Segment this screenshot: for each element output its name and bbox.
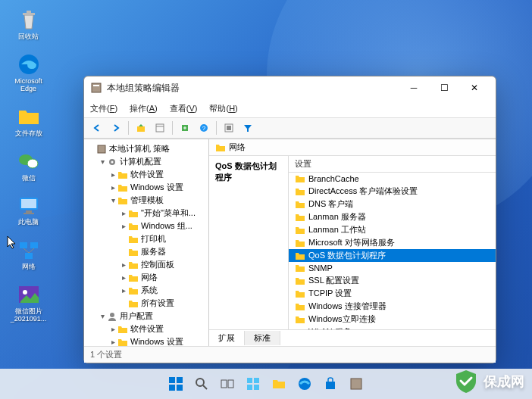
tree-item[interactable]: viewBox="0 0 14 14">服务器 bbox=[84, 245, 208, 258]
maximize-button[interactable]: ☐ bbox=[429, 77, 459, 98]
tree-pane[interactable]: viewBox="0 0 14 14">本地计算机 策略▾ viewBox="0… bbox=[84, 139, 209, 346]
list-item[interactable]: DirectAccess 客户端体验设置 bbox=[289, 185, 496, 198]
tree-item[interactable]: ▾ viewBox="0 0 14 14">计算机配置 bbox=[84, 155, 208, 168]
tree-item[interactable]: ▾ viewBox="0 0 14 14">用户配置 bbox=[84, 310, 208, 323]
up-button[interactable] bbox=[133, 120, 149, 136]
list-items-pane[interactable]: 设置 BranchCacheDirectAccess 客户端体验设置DNS 客户… bbox=[289, 156, 496, 329]
show-hide-button[interactable] bbox=[152, 120, 168, 136]
tree-twisty[interactable]: ▸ bbox=[108, 325, 117, 333]
list-item-label: BranchCache bbox=[308, 174, 359, 183]
edge-taskbar-button[interactable] bbox=[294, 373, 315, 394]
filter-button[interactable] bbox=[221, 120, 237, 136]
widgets-button[interactable] bbox=[243, 373, 264, 394]
folder-icon bbox=[295, 238, 305, 248]
tree-item[interactable]: ▸ viewBox="0 0 14 14">"开始"菜单和... bbox=[84, 207, 208, 220]
tree-item[interactable]: viewBox="0 0 14 14">所有设置 bbox=[84, 297, 208, 310]
toolbar-separator bbox=[216, 121, 217, 135]
desktop-icon-recyclebin[interactable]: 回收站 bbox=[8, 8, 49, 41]
edge-icon bbox=[17, 52, 41, 76]
store-button[interactable] bbox=[320, 373, 341, 394]
taskview-button[interactable] bbox=[217, 373, 238, 394]
menu-a[interactable]: 操作(A) bbox=[130, 103, 158, 114]
svg-rect-19 bbox=[156, 124, 164, 132]
desktop-icon-edge[interactable]: Microsoft Edge bbox=[8, 52, 49, 93]
tree-twisty[interactable]: ▾ bbox=[98, 157, 107, 166]
list-item[interactable]: QoS 数据包计划程序 bbox=[289, 249, 496, 262]
list-item[interactable]: Lanman 工作站 bbox=[289, 223, 496, 236]
tree-twisty[interactable]: ▸ bbox=[119, 286, 128, 295]
desktop-icon-wechat[interactable]: 微信 bbox=[8, 149, 49, 182]
tree-item[interactable]: ▸ viewBox="0 0 14 14">软件设置 bbox=[84, 323, 208, 335]
tree-twisty[interactable]: ▸ bbox=[108, 170, 117, 179]
folder-icon: viewBox="0 0 14 14"> bbox=[128, 208, 139, 219]
help-button[interactable]: ? bbox=[196, 120, 212, 136]
desktop-icon-screenshot[interactable]: 微信图片_2021091... bbox=[8, 282, 49, 323]
list-header-row: 网络 bbox=[209, 139, 496, 156]
start-button[interactable] bbox=[165, 373, 186, 394]
desktop-icon-thispc[interactable]: 此电脑 bbox=[8, 193, 49, 226]
menu-h[interactable]: 帮助(H) bbox=[209, 103, 237, 114]
tree-label: Windows 设置 bbox=[130, 182, 183, 193]
close-button[interactable]: ✕ bbox=[459, 77, 490, 98]
forward-button[interactable] bbox=[108, 120, 124, 136]
list-item[interactable]: SNMP bbox=[289, 262, 496, 274]
back-button[interactable] bbox=[89, 120, 105, 136]
list-item[interactable]: DNS 客户端 bbox=[289, 198, 496, 210]
explorer-button[interactable] bbox=[268, 373, 289, 394]
list-description-pane: QoS 数据包计划程序 bbox=[209, 156, 289, 329]
tree-item[interactable]: viewBox="0 0 14 14">本地计算机 策略 bbox=[84, 142, 208, 155]
tab-标准[interactable]: 标准 bbox=[245, 331, 280, 345]
tree-item[interactable]: ▸ viewBox="0 0 14 14">Windows 组... bbox=[84, 220, 208, 232]
tree-item[interactable]: ▾ viewBox="0 0 14 14">管理模板 bbox=[84, 194, 208, 207]
tree-twisty[interactable]: ▾ bbox=[108, 196, 117, 204]
app-taskbar-button[interactable] bbox=[346, 373, 367, 394]
minimize-button[interactable]: ─ bbox=[399, 77, 429, 98]
desktop-icon-label: 网络 bbox=[22, 263, 36, 271]
group-policy-window: 本地组策略编辑器 ─ ☐ ✕ 文件(F)操作(A)查看(V)帮助(H) ? vi… bbox=[83, 76, 496, 363]
funnel-button[interactable] bbox=[239, 120, 256, 136]
svg-rect-30 bbox=[169, 377, 175, 383]
tree-twisty[interactable]: ▸ bbox=[108, 338, 117, 346]
list-item[interactable]: Lanman 服务器 bbox=[289, 210, 496, 223]
tree-label: 本地计算机 策略 bbox=[109, 143, 170, 154]
tree-item[interactable]: viewBox="0 0 14 14">打印机 bbox=[84, 232, 208, 245]
list-tabs: 扩展标准 bbox=[209, 329, 496, 346]
menu-v[interactable]: 查看(V) bbox=[170, 103, 198, 114]
window-titlebar[interactable]: 本地组策略编辑器 ─ ☐ ✕ bbox=[84, 76, 496, 99]
tab-扩展[interactable]: 扩展 bbox=[209, 331, 245, 345]
tree-item[interactable]: ▸ viewBox="0 0 14 14">系统 bbox=[84, 284, 208, 297]
tree-label: 系统 bbox=[141, 285, 158, 296]
tree-twisty[interactable]: ▾ bbox=[98, 312, 107, 320]
tree-item[interactable]: ▸ viewBox="0 0 14 14">网络 bbox=[84, 271, 208, 284]
tree-label: 所有设置 bbox=[141, 298, 174, 309]
list-item[interactable]: Windows立即连接 bbox=[289, 313, 496, 326]
tree-item[interactable]: ▸ viewBox="0 0 14 14">Windows 设置 bbox=[84, 181, 208, 194]
svg-rect-32 bbox=[169, 385, 175, 391]
tree-item[interactable]: ▸ viewBox="0 0 14 14">控制面板 bbox=[84, 258, 208, 271]
svg-rect-8 bbox=[23, 213, 34, 214]
desktop-icon-filesave[interactable]: 文件存放 bbox=[8, 104, 49, 138]
tree-twisty[interactable]: ▸ bbox=[119, 260, 128, 269]
svg-rect-6 bbox=[21, 199, 36, 208]
tree-label: 管理模板 bbox=[130, 195, 164, 206]
list-column-header[interactable]: 设置 bbox=[289, 156, 496, 173]
wechat-icon bbox=[17, 149, 41, 173]
list-item[interactable]: BranchCache bbox=[289, 173, 496, 185]
tree-item[interactable]: ▸ viewBox="0 0 14 14">Windows 设置 bbox=[84, 335, 208, 346]
tree-item[interactable]: ▸ viewBox="0 0 14 14">软件设置 bbox=[84, 168, 208, 181]
list-item[interactable]: Microsoft 对等网络服务 bbox=[289, 236, 496, 249]
tree-twisty[interactable]: ▸ bbox=[119, 273, 128, 282]
svg-text:?: ? bbox=[202, 125, 206, 132]
list-item[interactable]: TCPIP 设置 bbox=[289, 287, 496, 300]
taskbar[interactable] bbox=[0, 369, 532, 399]
tree-twisty[interactable]: ▸ bbox=[108, 183, 117, 192]
search-button[interactable] bbox=[191, 373, 212, 394]
tree-twisty[interactable]: ▸ bbox=[119, 222, 128, 230]
export-button[interactable] bbox=[177, 120, 193, 136]
status-text: 1 个设置 bbox=[90, 349, 122, 360]
tree-label: 软件设置 bbox=[130, 323, 164, 335]
list-item[interactable]: Windows 连接管理器 bbox=[289, 300, 496, 313]
list-item[interactable]: SSL 配置设置 bbox=[289, 274, 496, 287]
menu-f[interactable]: 文件(F) bbox=[90, 103, 117, 114]
tree-twisty[interactable]: ▸ bbox=[119, 209, 128, 217]
